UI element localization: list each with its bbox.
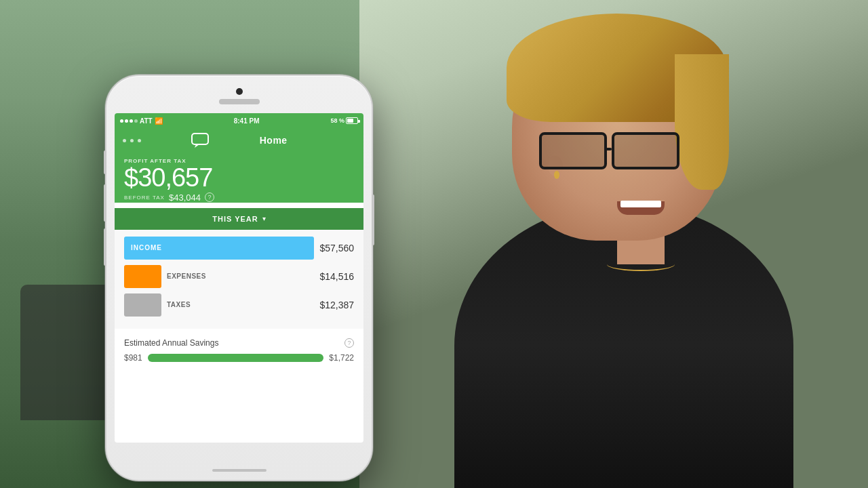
expenses-row[interactable]: EXPENSES $14,516 <box>124 265 354 288</box>
nav-left-icons <box>123 139 141 142</box>
savings-bar-row: $981 $1,722 <box>124 353 354 363</box>
nav-bar: Home <box>115 128 363 152</box>
expenses-amount: $14,516 <box>319 271 354 282</box>
period-selector[interactable]: THIS YEAR ▾ <box>115 208 363 230</box>
taxes-amount: $12,387 <box>319 300 354 310</box>
status-bar: ATT 📶 8:41 PM 58 % <box>115 113 363 128</box>
nav-dot-3 <box>138 139 141 142</box>
taxes-bar <box>124 293 161 317</box>
signal-dot-2 <box>125 119 128 123</box>
period-chevron-icon: ▾ <box>262 215 266 222</box>
income-row[interactable]: INCOME $57,560 <box>124 237 354 260</box>
expenses-bar <box>124 265 161 288</box>
battery-label: 58 % <box>330 117 344 124</box>
taxes-row[interactable]: TAXES $12,387 <box>124 293 354 317</box>
chat-icon[interactable] <box>191 133 209 148</box>
signal-dot-1 <box>120 119 123 123</box>
phone-speaker <box>219 99 260 104</box>
nav-dot-1 <box>123 139 126 142</box>
signal-bars <box>120 119 138 123</box>
phone-device: ATT 📶 8:41 PM 58 % <box>105 75 373 481</box>
person-figure <box>359 0 848 488</box>
finances-content: INCOME $57,560 EXPENSES $14,516 TAXES $1… <box>115 230 363 329</box>
phone-mute-button <box>104 150 106 174</box>
battery-fill <box>347 119 353 123</box>
phone-body: ATT 📶 8:41 PM 58 % <box>105 75 373 481</box>
signal-dot-3 <box>130 119 133 123</box>
phone-screen: ATT 📶 8:41 PM 58 % <box>115 113 363 443</box>
person-hair-side <box>675 54 729 190</box>
profit-header: PROFIT AFTER TAX $30,657 BEFORE TAX $43,… <box>115 152 363 203</box>
glasses-right <box>612 132 679 169</box>
battery-icon <box>346 117 358 124</box>
phone-front-camera <box>236 88 243 95</box>
glasses-left <box>539 132 607 169</box>
person-necklace <box>607 258 675 271</box>
home-indicator[interactable] <box>212 469 267 472</box>
wifi-icon: 📶 <box>155 117 163 125</box>
battery-tip <box>358 120 360 123</box>
person-teeth <box>620 201 661 207</box>
expenses-label: EXPENSES <box>167 272 208 280</box>
nav-title: Home <box>260 135 288 146</box>
time-display: 8:41 PM <box>234 117 260 125</box>
taxes-label: TAXES <box>167 301 208 308</box>
phone-volume-down-button <box>104 228 106 266</box>
income-label: INCOME <box>131 244 162 251</box>
before-tax-label: BEFORE TAX <box>124 195 165 201</box>
savings-section: Estimated Annual Savings ? $981 $1,722 <box>115 331 363 369</box>
savings-amount-right: $1,722 <box>329 353 354 363</box>
nav-dot-2 <box>130 139 134 142</box>
savings-title: Estimated Annual Savings <box>124 338 218 348</box>
status-bar-left: ATT 📶 <box>120 117 163 125</box>
signal-dot-4 <box>134 119 138 123</box>
person-earring <box>554 171 559 179</box>
glasses-bridge <box>605 148 612 150</box>
savings-header: Estimated Annual Savings ? <box>124 338 354 348</box>
income-bar: INCOME <box>124 237 314 260</box>
phone-power-button <box>372 195 374 245</box>
period-label: THIS YEAR <box>212 215 258 223</box>
income-amount: $57,560 <box>319 243 354 253</box>
savings-info-icon[interactable]: ? <box>344 338 354 348</box>
battery-indicator: 58 % <box>330 117 358 124</box>
before-tax-row: BEFORE TAX $43,044 ? <box>124 192 354 203</box>
before-tax-amount: $43,044 <box>169 192 201 203</box>
svg-rect-0 <box>192 134 208 144</box>
savings-progress-bar <box>148 354 324 362</box>
phone-volume-up-button <box>104 184 106 222</box>
before-tax-info-icon[interactable]: ? <box>205 192 214 202</box>
profit-amount: $30,657 <box>124 164 354 192</box>
savings-amount-left: $981 <box>124 353 142 363</box>
carrier-label: ATT <box>140 117 153 125</box>
